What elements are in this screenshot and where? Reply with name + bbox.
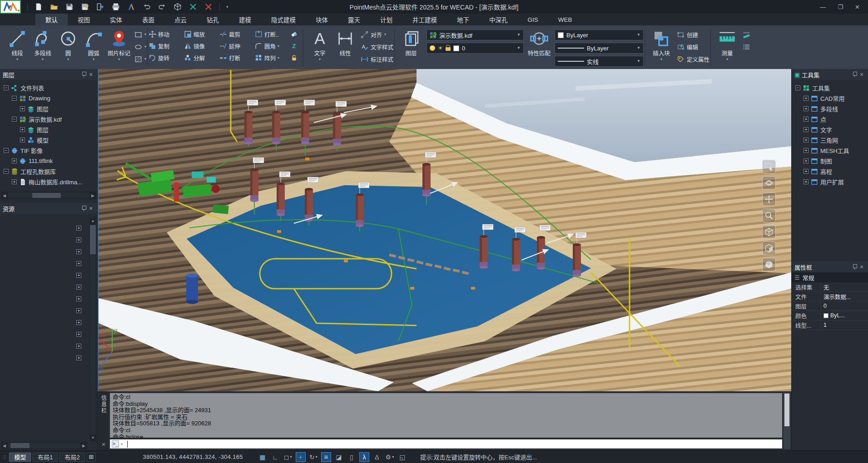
close-icon[interactable]: ✕: [858, 264, 865, 270]
ribbon-button-ellipse[interactable]: ▾: [134, 42, 146, 51]
ribbon-button-圆弧[interactable]: 圆弧▾: [81, 28, 106, 61]
ribbon-button-线性[interactable]: 线性: [332, 28, 358, 58]
tree-item-文件列表[interactable]: −文件列表: [0, 83, 97, 93]
tree-item-文字[interactable]: +文字: [792, 124, 868, 135]
ribbon-button-打断..[interactable]: 打断..: [255, 30, 288, 39]
scroll-down-icon[interactable]: ▼: [89, 434, 96, 441]
expand-icon[interactable]: +: [804, 138, 808, 143]
view-cube-button[interactable]: [173, 2, 182, 11]
resources-horizontal-scrollbar[interactable]: ◀ ▶: [1, 442, 87, 449]
snap-toggle[interactable]: ◻▾: [283, 452, 293, 462]
settings-gear[interactable]: ⚙▾: [385, 452, 395, 462]
undo-button[interactable]: [142, 2, 151, 11]
tree-item-工程孔数据库[interactable]: −工程孔数据库: [0, 166, 97, 177]
layer-on-bulb-icon[interactable]: [430, 45, 435, 51]
close-button[interactable]: ✕: [855, 4, 860, 10]
restore-button[interactable]: ❐: [838, 4, 843, 10]
tree-item-多段线[interactable]: +多段线: [792, 103, 868, 114]
ribbon-button-多段线[interactable]: 多段线▾: [30, 28, 55, 61]
menu-tab-块体[interactable]: 块体: [306, 14, 338, 25]
app-logo[interactable]: ▾: [0, 0, 21, 14]
object-snap-toggle[interactable]: +: [296, 452, 306, 462]
layers-horizontal-scrollbar[interactable]: ◀ ▶: [1, 192, 96, 199]
ribbon-button-打断[interactable]: 打断: [219, 54, 253, 62]
grid-toggle[interactable]: ▦: [258, 452, 268, 462]
pin-icon[interactable]: [851, 264, 858, 271]
ribbon-button-定义属性[interactable]: 定义属性: [677, 54, 709, 64]
expand-icon[interactable]: +: [76, 308, 81, 313]
expand-icon[interactable]: +: [76, 237, 81, 242]
save-as-button[interactable]: [80, 2, 89, 11]
select-window-button[interactable]: [762, 160, 776, 173]
toolbar-customize-icon[interactable]: ▾: [226, 5, 228, 9]
ribbon-button-线段[interactable]: 线段▾: [5, 28, 30, 61]
open-file-button[interactable]: [50, 2, 59, 11]
ribbon-button-裁剪[interactable]: 裁剪: [219, 30, 253, 39]
menu-tab-建模[interactable]: 建模: [229, 14, 261, 25]
ribbon-button-文字[interactable]: A文字▾: [307, 28, 332, 61]
layout-tab-模型[interactable]: 模型: [9, 453, 31, 462]
file-combo[interactable]: 演示数据.kdf ▼: [427, 30, 524, 40]
new-file-button[interactable]: [34, 2, 43, 11]
collapse-icon[interactable]: −: [12, 117, 17, 122]
ribbon-button-hatch[interactable]: ▾: [134, 54, 146, 64]
orbit-toggle[interactable]: ↻▾: [308, 452, 318, 462]
scroll-right-icon[interactable]: ▶: [89, 193, 96, 198]
ribbon-button-插入块[interactable]: 插入块▾: [649, 28, 674, 61]
tree-item-模型[interactable]: +模型: [0, 135, 97, 145]
layer-freeze-sun-icon[interactable]: ☀: [438, 45, 443, 51]
ribbon-button-图片标记[interactable]: 图片标记▾: [106, 28, 132, 61]
expand-icon[interactable]: +: [804, 96, 808, 101]
quick-motion-toggle[interactable]: λ: [359, 452, 369, 462]
tree-item-点[interactable]: +点: [792, 114, 868, 124]
collapse-icon[interactable]: −: [4, 169, 9, 174]
menu-tab-视图[interactable]: 视图: [68, 14, 100, 25]
tree-item-111.tiflink[interactable]: +111.tiflink: [0, 156, 97, 166]
property-value[interactable]: 0: [821, 303, 868, 309]
tree-item-制图[interactable]: +制图: [792, 156, 868, 166]
command-history[interactable]: 命令:cl命令:bdisplay块体数目=2545438 ,显示的面= 2493…: [109, 393, 783, 438]
expand-icon[interactable]: +: [76, 285, 81, 290]
layer-unlock-icon[interactable]: [446, 47, 451, 51]
property-value[interactable]: 演示数据...: [821, 292, 868, 301]
close-icon[interactable]: ✕: [858, 72, 865, 78]
ribbon-button-listsm[interactable]: [743, 42, 750, 51]
ribbon-button-对齐[interactable]: 对齐▾: [361, 30, 393, 39]
pin-icon[interactable]: [80, 205, 87, 212]
menu-tab-实体[interactable]: 实体: [100, 14, 132, 25]
brand-a-button[interactable]: [127, 2, 136, 11]
tree-item-演示数据.kdf[interactable]: −演示数据.kdf: [0, 114, 97, 124]
save-file-button[interactable]: [65, 2, 74, 11]
ribbon-button-erase[interactable]: [290, 30, 302, 38]
new-layout-button[interactable]: ⊞: [87, 453, 96, 462]
tree-item-CAD常用[interactable]: +CAD常用: [792, 93, 868, 103]
expand-icon[interactable]: +: [76, 273, 81, 278]
menu-tab-表面[interactable]: 表面: [132, 14, 164, 25]
layout-tab-布局1[interactable]: 布局1: [33, 453, 58, 462]
ribbon-button-测量[interactable]: 测量▾: [714, 28, 740, 61]
ribbon-button-分解[interactable]: 分解: [184, 54, 218, 62]
collapse-icon[interactable]: −: [795, 85, 800, 90]
menu-tab-井工建模[interactable]: 井工建模: [402, 14, 447, 25]
ribbon-button-复制[interactable]: 复制: [149, 42, 182, 50]
property-value[interactable]: 无: [821, 283, 868, 291]
close-teal-button[interactable]: [188, 2, 198, 11]
tree-item-工具集[interactable]: −工具集: [792, 83, 868, 93]
ribbon-button-旋转[interactable]: 旋转: [149, 54, 182, 62]
menu-tab-隐式建模[interactable]: 隐式建模: [261, 14, 306, 25]
redo-button[interactable]: [158, 2, 167, 11]
ribbon-button-文字样式[interactable]: A文字样式: [361, 42, 393, 51]
ribbon-button-rulersm[interactable]: [743, 30, 750, 39]
viewport-3d[interactable]: Z X Y: [98, 69, 791, 391]
expand-icon[interactable]: +: [20, 127, 25, 132]
property-value[interactable]: 1: [821, 322, 868, 328]
expand-icon[interactable]: +: [76, 296, 81, 301]
prompt-icon[interactable]: >_: [112, 440, 119, 448]
tree-item-MESH工具[interactable]: +MESH工具: [792, 145, 868, 156]
expand-icon[interactable]: +: [76, 261, 81, 266]
ribbon-button-圆[interactable]: 圆▾: [55, 28, 81, 61]
view-cube-wire-button[interactable]: [762, 225, 776, 239]
expand-icon[interactable]: +: [76, 332, 81, 337]
expand-icon[interactable]: +: [20, 106, 25, 111]
menu-tab-默认[interactable]: 默认: [35, 14, 68, 25]
